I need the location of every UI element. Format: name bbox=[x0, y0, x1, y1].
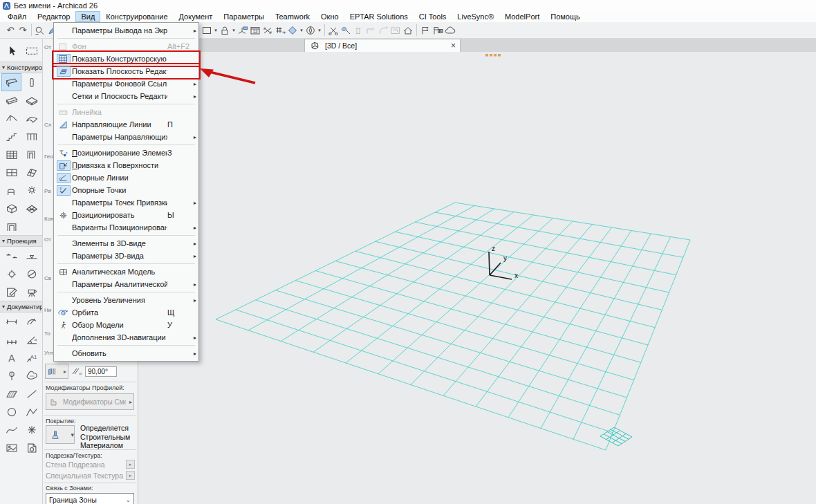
menu-item-reference-lines[interactable]: Опорные Линии bbox=[54, 171, 198, 184]
menu-item-analytical-model-options[interactable]: Параметры Аналитической Модели▸ bbox=[54, 278, 198, 290]
menubar-item-10[interactable]: LiveSync® bbox=[452, 11, 499, 22]
radial-dimension-tool[interactable] bbox=[21, 312, 41, 330]
railing-tool[interactable] bbox=[21, 127, 41, 145]
compass-dropdown-caret[interactable]: ▾ bbox=[317, 28, 322, 33]
palette-handle-dot[interactable] bbox=[494, 54, 497, 57]
elevation-marker-tool[interactable] bbox=[21, 247, 41, 265]
palette-handle-dot[interactable] bbox=[498, 54, 501, 57]
coating-material-button[interactable]: ▾ bbox=[46, 425, 75, 444]
scissors-button[interactable] bbox=[327, 24, 340, 37]
layers-12-button[interactable]: 12 bbox=[249, 24, 261, 37]
menu-item-screen-output-options[interactable]: Параметры Вывода на Экран▸ bbox=[54, 24, 198, 37]
palette-handle-dot[interactable] bbox=[485, 54, 488, 57]
redo-button[interactable]: ↷ bbox=[17, 24, 29, 37]
menu-item-3d-view-options[interactable]: Параметры 3D-вида▸ bbox=[54, 250, 198, 262]
corner-ghost-button[interactable] bbox=[364, 24, 377, 37]
menu-item-elements-in-3d[interactable]: Элементы в 3D-виде▸ bbox=[54, 237, 198, 250]
menubar-item-12[interactable]: Помощь bbox=[545, 11, 586, 22]
palette-handle-dot[interactable] bbox=[490, 54, 492, 57]
menu-item-show-editing-plane[interactable]: Показать Плоскость Редактирования bbox=[54, 65, 198, 77]
object-tool[interactable] bbox=[1, 181, 21, 199]
menu-item-3d-navigation-extras[interactable]: Дополнения 3D-навигации▸ bbox=[54, 331, 198, 344]
fit-view-button[interactable] bbox=[261, 24, 274, 37]
undo-button[interactable]: ↶ bbox=[4, 24, 17, 37]
polygon-blob-tool[interactable] bbox=[21, 366, 41, 384]
lock-button[interactable] bbox=[219, 24, 231, 37]
zone-relation-select[interactable]: Граница Зоны ⌄ bbox=[46, 493, 134, 504]
spline-tool[interactable] bbox=[1, 420, 21, 438]
line-tool[interactable] bbox=[21, 384, 41, 402]
curtain-wall-tool[interactable] bbox=[1, 145, 21, 163]
tab-3d-all[interactable]: [3D / Все] × bbox=[304, 39, 461, 52]
toolbox-section-2[interactable]: ▾Документир bbox=[0, 301, 42, 312]
home-button[interactable] bbox=[402, 24, 414, 37]
menu-item-refresh[interactable]: Обновить▸ bbox=[54, 347, 198, 360]
menu-item-guide-lines[interactable]: Направляющие ЛинииП bbox=[54, 118, 198, 131]
frame-button[interactable] bbox=[201, 24, 213, 37]
menu-item-surface-snap[interactable]: Привязка к Поверхности bbox=[54, 159, 198, 171]
shell-tool[interactable] bbox=[21, 109, 41, 127]
lock-dropdown-caret[interactable]: ▾ bbox=[231, 28, 237, 33]
mesh-tool[interactable] bbox=[21, 199, 41, 217]
publisher-button[interactable] bbox=[237, 24, 249, 37]
skylight-tool[interactable] bbox=[21, 163, 41, 181]
dimension-tool[interactable] bbox=[1, 312, 21, 330]
fill-tool[interactable] bbox=[1, 384, 21, 402]
section-marker-tool[interactable] bbox=[21, 265, 41, 283]
window-tool[interactable] bbox=[1, 163, 21, 181]
window-ghost-button[interactable] bbox=[389, 24, 402, 37]
zoom-select-button[interactable] bbox=[34, 24, 46, 37]
frame-dropdown-caret[interactable]: ▾ bbox=[213, 28, 219, 33]
opening-tool[interactable] bbox=[1, 217, 21, 235]
cube-button[interactable] bbox=[286, 24, 299, 37]
menu-item-cursor-snap-variants[interactable]: Варианты Позиционирования Курсора▸ bbox=[54, 221, 198, 234]
text-tool[interactable]: A bbox=[1, 348, 21, 366]
slab-tool[interactable] bbox=[21, 91, 41, 109]
camera-tool[interactable] bbox=[21, 283, 41, 301]
menu-item-snap-point-options[interactable]: Параметры Точек Привязки▸ bbox=[54, 196, 198, 209]
arc-ghost-button[interactable] bbox=[377, 24, 389, 37]
wall-tool[interactable] bbox=[1, 73, 21, 91]
menu-item-zoom-level[interactable]: Уровень Увеличения▸ bbox=[54, 294, 198, 306]
roof-tool[interactable] bbox=[1, 109, 21, 127]
menubar-item-7[interactable]: Окно bbox=[315, 11, 344, 22]
menubar-item-0[interactable]: Файл bbox=[2, 11, 32, 22]
wall-end-button[interactable]: ▸ bbox=[45, 364, 68, 379]
zone-marker-tool[interactable]: 1 bbox=[1, 366, 21, 384]
column-ghost-button[interactable] bbox=[352, 24, 364, 37]
cloud-button[interactable] bbox=[444, 24, 456, 37]
menubar-item-9[interactable]: CI Tools bbox=[414, 11, 452, 22]
menu-item-snap-grid[interactable]: ПозиционироватьЫ bbox=[54, 209, 198, 221]
menu-item-trace-reference-options[interactable]: Параметры Фоновой Ссылки▸ bbox=[54, 77, 198, 90]
menubar-item-5[interactable]: Параметры bbox=[218, 11, 270, 22]
toolbox-section-0[interactable]: ▾Конструиров bbox=[0, 62, 42, 73]
custom-texture-expand-button[interactable]: ▸ bbox=[126, 471, 135, 480]
tab-close-button[interactable]: × bbox=[451, 41, 456, 50]
menubar-item-8[interactable]: EPTAR Solutions bbox=[344, 11, 414, 22]
circle-tool[interactable] bbox=[1, 402, 21, 420]
angle-input[interactable]: 90,00° bbox=[85, 366, 117, 377]
menu-item-guide-line-options[interactable]: Параметры Направляющих Линий▸ bbox=[54, 131, 198, 143]
compass-button[interactable] bbox=[304, 24, 317, 37]
beam-tool[interactable] bbox=[1, 91, 21, 109]
wall-trimmed-expand-button[interactable]: ▸ bbox=[126, 460, 135, 469]
menubar-item-11[interactable]: ModelPort bbox=[499, 11, 545, 22]
axe-button[interactable] bbox=[340, 24, 352, 37]
label-tool[interactable]: A1 bbox=[21, 348, 41, 366]
stair-tool[interactable] bbox=[1, 127, 21, 145]
menu-item-show-construction-grid[interactable]: Показать Конструкторскую Сетку bbox=[54, 53, 198, 65]
arrow-tool[interactable] bbox=[1, 41, 21, 59]
menubar-item-4[interactable]: Документ bbox=[174, 11, 219, 22]
grid-snap-button[interactable] bbox=[274, 24, 286, 37]
menu-item-explore-model[interactable]: Обзор МоделиУ bbox=[54, 319, 198, 331]
lamp-tool[interactable] bbox=[21, 181, 41, 199]
menu-item-orbit[interactable]: ОрбитаЩ bbox=[54, 306, 198, 319]
drawing-tool[interactable] bbox=[21, 438, 41, 456]
worksheet-tool[interactable] bbox=[1, 283, 21, 301]
hotspot-tool[interactable] bbox=[21, 420, 41, 438]
figure-tool[interactable] bbox=[1, 438, 21, 456]
menu-item-reference-points[interactable]: Опорные Точки bbox=[54, 184, 198, 196]
menubar-item-2[interactable]: Вид bbox=[75, 11, 100, 22]
menubar-item-3[interactable]: Конструирование bbox=[100, 11, 173, 22]
toolbox-section-1[interactable]: ▾Проекция bbox=[0, 235, 42, 247]
